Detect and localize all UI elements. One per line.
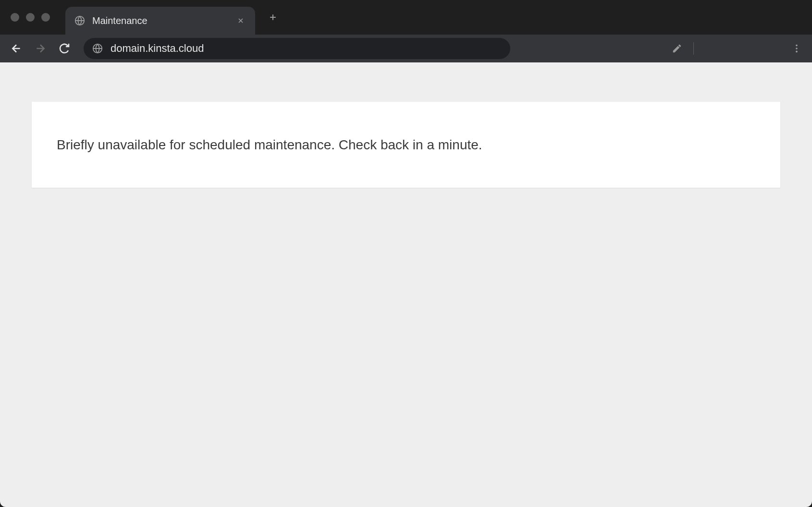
extension-pen-icon[interactable] — [668, 40, 686, 57]
svg-point-4 — [796, 51, 798, 53]
window-maximize-button[interactable] — [41, 13, 50, 22]
browser-tab[interactable]: Maintenance — [65, 7, 255, 35]
toolbar-divider — [693, 42, 694, 55]
globe-icon — [74, 15, 86, 26]
menu-button[interactable] — [788, 40, 805, 57]
new-tab-button[interactable] — [266, 10, 280, 24]
address-bar[interactable]: domain.kinsta.cloud — [84, 38, 510, 59]
page-viewport: Briefly unavailable for scheduled mainte… — [0, 62, 812, 507]
url-text[interactable]: domain.kinsta.cloud — [111, 42, 502, 55]
svg-point-2 — [796, 45, 798, 47]
window-title-bar: Maintenance — [0, 0, 812, 35]
maintenance-message: Briefly unavailable for scheduled mainte… — [57, 135, 755, 154]
reload-button[interactable] — [55, 39, 74, 58]
window-minimize-button[interactable] — [26, 13, 35, 22]
close-tab-icon[interactable] — [235, 15, 246, 26]
maintenance-message-box: Briefly unavailable for scheduled mainte… — [32, 102, 780, 188]
back-button[interactable] — [7, 39, 26, 58]
window-close-button[interactable] — [11, 13, 19, 22]
browser-toolbar: domain.kinsta.cloud — [0, 35, 812, 62]
window-controls — [11, 13, 50, 22]
toolbar-right-group — [668, 40, 805, 57]
tab-title: Maintenance — [92, 15, 235, 26]
site-info-globe-icon[interactable] — [92, 43, 103, 54]
forward-button[interactable] — [31, 39, 50, 58]
svg-point-3 — [796, 48, 798, 49]
